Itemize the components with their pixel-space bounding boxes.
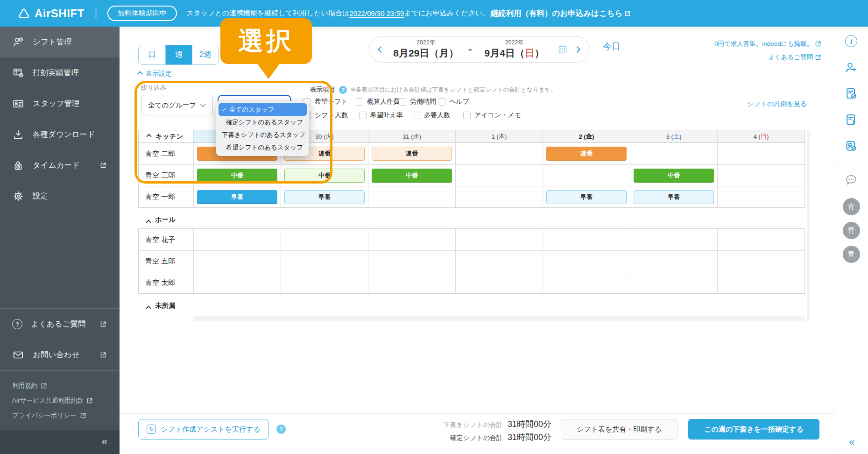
checkbox-required-staff[interactable]: 必要人数 [413, 111, 450, 120]
comments-button[interactable] [843, 172, 859, 188]
schedule-cell[interactable]: 中番 [281, 165, 368, 186]
schedule-cell[interactable] [368, 272, 455, 293]
schedule-cell[interactable]: 早番 [281, 186, 368, 207]
schedule-cell[interactable]: 早番 [543, 186, 630, 207]
schedule-cell[interactable] [455, 229, 543, 250]
schedule-cell[interactable]: 中番 [630, 165, 717, 186]
group-header-キッチン[interactable]: キッチン [139, 130, 193, 142]
bulk-confirm-button[interactable]: この週の下書きを一括確定する [688, 419, 819, 440]
schedule-cell[interactable]: 遅番 [368, 143, 455, 164]
calendar-picker-icon[interactable] [557, 44, 568, 55]
checkbox-wish-rate[interactable]: 希望叶え率 [359, 111, 403, 120]
schedule-cell[interactable] [455, 272, 543, 293]
schedule-cell[interactable] [717, 272, 804, 293]
shift-legend-link[interactable]: シフトの凡例を見る [747, 100, 807, 108]
horizontal-scrollbar[interactable] [193, 316, 805, 321]
schedule-cell[interactable] [455, 186, 543, 207]
schedule-cell[interactable]: 早番 [630, 186, 717, 207]
schedule-cell[interactable] [630, 229, 717, 250]
shift-chip[interactable]: 早番 [546, 190, 627, 204]
shift-chip[interactable]: 早番 [197, 190, 277, 204]
shift-chip[interactable]: 中番 [634, 169, 714, 183]
pending-shift-list-button[interactable] [843, 112, 859, 128]
today-button[interactable]: 今日 [603, 41, 621, 53]
sidebar-item-staff-management[interactable]: スタッフ管理 [0, 88, 120, 119]
staff-filter-option[interactable]: 下書きシフトのあるスタッフ [219, 128, 307, 141]
schedule-cell[interactable] [630, 143, 717, 164]
help-icon[interactable]: ? [339, 86, 347, 94]
staff-filter-option[interactable]: 希望シフトのあるスタッフ [219, 141, 307, 154]
privacy-link[interactable]: プライバシーポリシー [12, 408, 120, 423]
staff-avatar[interactable]: 青 [843, 246, 860, 263]
airshift-logo[interactable]: AirSHIFT [18, 7, 85, 20]
display-settings-toggle[interactable]: 表示設定 [138, 70, 172, 78]
shift-chip[interactable]: 早番 [634, 190, 714, 204]
staff-avatar[interactable]: 青 [843, 198, 860, 215]
schedule-cell[interactable] [193, 272, 281, 293]
prev-week-button[interactable] [378, 46, 384, 52]
schedule-cell[interactable] [717, 251, 804, 272]
schedule-cell[interactable] [630, 251, 717, 272]
sidebar-item-punch-records[interactable]: 打刻実績管理 [0, 57, 120, 88]
schedule-cell[interactable] [543, 165, 630, 186]
group-header-未所属[interactable]: 未所属 [138, 294, 805, 314]
schedule-cell[interactable] [717, 165, 804, 186]
tab-day[interactable]: 日 [139, 45, 165, 64]
assist-help-icon[interactable]: ? [276, 425, 286, 434]
shift-chip[interactable]: 遅番 [546, 147, 627, 161]
shift-chip[interactable]: 遅番 [372, 147, 452, 161]
checkbox-shift-count[interactable]: シフト人数 [303, 111, 348, 120]
confirmed-shift-list-button[interactable] [843, 85, 859, 101]
schedule-cell[interactable] [193, 251, 281, 272]
faq-top-link[interactable]: よくあるご質問 [714, 50, 821, 64]
shift-chip[interactable]: 中番 [284, 169, 365, 183]
sidebar-item-settings[interactable]: 設定 [0, 181, 120, 212]
sidebar-item-contact[interactable]: お問い合わせ [0, 340, 120, 370]
next-week-button[interactable] [574, 46, 580, 52]
schedule-cell[interactable]: 中番 [368, 165, 455, 186]
checkbox-work-hours[interactable]: 労働時間 [399, 98, 436, 106]
group-filter-select[interactable]: 全てのグループ [141, 95, 213, 115]
schedule-cell[interactable] [717, 229, 804, 250]
sidebar-item-downloads[interactable]: 各種ダウンロード [0, 119, 120, 150]
schedule-cell[interactable] [717, 143, 804, 164]
tab-week[interactable]: 週 [165, 45, 192, 64]
sidebar-collapse-button[interactable]: « [102, 436, 106, 448]
share-print-button[interactable]: シフト表を共有・印刷する [561, 419, 677, 440]
schedule-cell[interactable] [455, 251, 543, 272]
job-posting-link[interactable]: 0円で求人募集。indeedにも掲載。 [714, 37, 821, 50]
schedule-cell[interactable] [281, 272, 368, 293]
checkbox-wish-shift[interactable]: 希望シフト [303, 98, 348, 106]
staff-filter-option[interactable]: ✓全てのスタッフ [219, 103, 307, 116]
schedule-cell[interactable] [543, 229, 630, 250]
schedule-cell[interactable] [630, 272, 717, 293]
schedule-cell[interactable] [717, 186, 804, 207]
schedule-cell[interactable] [368, 186, 455, 207]
schedule-cell[interactable]: 中番 [193, 165, 281, 186]
shift-chip[interactable]: 早番 [284, 190, 365, 204]
staff-status-button[interactable] [843, 138, 859, 154]
shift-chip[interactable]: 中番 [197, 169, 277, 183]
staff-avatar[interactable]: 青 [843, 222, 860, 239]
schedule-cell[interactable] [368, 229, 455, 250]
sidebar-item-shift-management[interactable]: シフト管理 [0, 27, 120, 57]
checkbox-labor-cost[interactable]: 概算人件費 [356, 98, 400, 106]
schedule-cell[interactable]: 遅番 [543, 143, 630, 164]
schedule-cell[interactable] [281, 251, 368, 272]
checkbox-help[interactable]: ヘルプ [438, 98, 469, 106]
staff-filter-option[interactable]: 確定シフトのあるスタッフ [219, 116, 307, 128]
shift-chip[interactable]: 中番 [372, 169, 452, 183]
vertical-scrollbar[interactable] [807, 130, 810, 321]
air-terms-link[interactable]: Airサービス共通利用約款 [12, 393, 120, 408]
schedule-cell[interactable] [543, 251, 630, 272]
shift-assist-button[interactable]: ↻ シフト作成アシストを実行する [138, 419, 269, 440]
schedule-cell[interactable] [193, 229, 281, 250]
schedule-cell[interactable] [368, 251, 455, 272]
add-staff-button[interactable] [843, 59, 859, 75]
schedule-cell[interactable] [281, 229, 368, 250]
terms-link[interactable]: 利用規約 [12, 378, 120, 393]
schedule-cell[interactable] [455, 143, 543, 164]
paid-signup-link[interactable]: 継続利用（有料）のお申込みはこちら [490, 8, 630, 19]
sidebar-item-timecard[interactable]: タイムカード [0, 150, 120, 181]
schedule-cell[interactable] [543, 272, 630, 293]
